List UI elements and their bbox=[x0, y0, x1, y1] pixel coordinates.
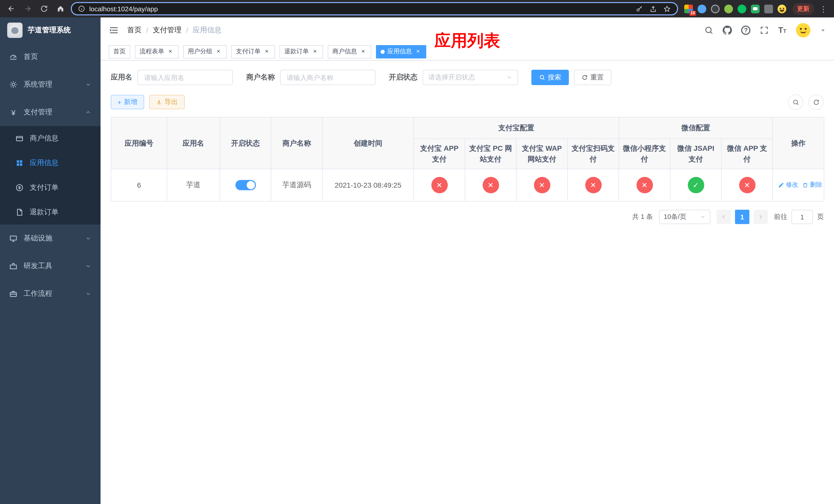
tab-app-info[interactable]: 应用信息× bbox=[376, 45, 426, 58]
page-title: 应用列表 bbox=[435, 30, 500, 52]
sidebar-item-refund-orders[interactable]: 退款订单 bbox=[0, 200, 101, 225]
reset-button[interactable]: 重置 bbox=[574, 70, 611, 85]
page-content: 应用名 商户名称 开启状态 请选择开启状态 搜索 bbox=[101, 61, 834, 504]
close-icon[interactable]: × bbox=[263, 48, 270, 55]
status-closed-icon: ✕ bbox=[636, 177, 653, 193]
toolbox-icon bbox=[9, 262, 18, 270]
status-select[interactable]: 请选择开启状态 bbox=[423, 70, 518, 85]
col-status: 开启状态 bbox=[220, 117, 271, 169]
close-icon[interactable]: × bbox=[414, 48, 422, 55]
tab-refund-orders[interactable]: 退款订单× bbox=[280, 45, 323, 58]
tab-user-group[interactable]: 用户分组× bbox=[183, 45, 227, 58]
avatar-caret-icon[interactable] bbox=[820, 27, 826, 33]
breadcrumb-home[interactable]: 首页 bbox=[127, 26, 141, 35]
hamburger-icon[interactable] bbox=[109, 25, 119, 36]
tab-pay-orders[interactable]: 支付订单× bbox=[231, 45, 275, 58]
toggle-search-icon[interactable] bbox=[788, 94, 803, 110]
extension-green-icon[interactable] bbox=[738, 4, 746, 13]
next-page-button[interactable] bbox=[753, 210, 768, 224]
sidebar-item-pay-orders[interactable]: 支付订单 bbox=[0, 175, 101, 200]
col-alipay-pc: 支付宝 PC 网站支付 bbox=[465, 139, 516, 169]
tab-flow-form[interactable]: 流程表单× bbox=[135, 45, 178, 58]
app-name-input[interactable] bbox=[137, 70, 233, 85]
sidebar-item-app-info[interactable]: 应用信息 bbox=[0, 151, 101, 175]
table-toolbar: + 新增 导出 bbox=[111, 94, 824, 110]
edit-link[interactable]: 修改 bbox=[778, 181, 798, 189]
col-alipay-wap: 支付宝 WAP 网站支付 bbox=[516, 139, 568, 169]
app-table: 应用编号 应用名 开启状态 商户名称 创建时间 支付宝配置 微信配置 操作 支付… bbox=[111, 117, 824, 202]
sidebar-item-workflow[interactable]: 工作流程 bbox=[0, 280, 101, 307]
status-closed-icon: ✕ bbox=[585, 177, 601, 193]
goto-label: 前往 bbox=[774, 212, 787, 222]
share-icon[interactable] bbox=[649, 5, 657, 13]
address-bar[interactable]: localhost:1024/pay/app bbox=[71, 2, 678, 15]
forward-button[interactable] bbox=[22, 3, 34, 15]
export-button[interactable]: 导出 bbox=[149, 95, 184, 109]
extension-avatar-icon[interactable] bbox=[724, 4, 733, 13]
sidebar-item-payment[interactable]: ¥ 支付管理 bbox=[0, 98, 101, 126]
enabled-toggle[interactable] bbox=[235, 180, 256, 190]
reload-button[interactable] bbox=[38, 3, 50, 15]
sidebar-item-infrastructure[interactable]: 基础设施 bbox=[0, 225, 101, 252]
goto-page-input[interactable] bbox=[791, 210, 813, 224]
sidebar-item-merchant-info[interactable]: 商户信息 bbox=[0, 126, 101, 151]
table-row: 6 芋道 芋道源码 2021-10-23 08:49:25 ✕ ✕ ✕ ✕ ✕ … bbox=[111, 169, 824, 201]
document-icon bbox=[15, 208, 24, 216]
bookmark-star-icon[interactable] bbox=[663, 5, 671, 13]
refresh-table-icon[interactable] bbox=[808, 94, 824, 110]
home-button[interactable] bbox=[54, 3, 67, 15]
top-navbar: 首页 / 支付管理 / 应用信息 应用列表 ? bbox=[101, 18, 834, 43]
menu-kebab-icon[interactable]: ⋮ bbox=[818, 5, 829, 13]
chevron-down-icon bbox=[85, 291, 91, 297]
search-button[interactable]: 搜索 bbox=[531, 70, 569, 85]
back-button[interactable] bbox=[5, 3, 18, 15]
yen-icon: ¥ bbox=[9, 108, 18, 116]
col-actions: 操作 bbox=[773, 117, 824, 169]
extension-emoji-icon[interactable] bbox=[777, 4, 786, 13]
password-key-icon[interactable] bbox=[636, 5, 643, 13]
sidebar-item-dev-tools[interactable]: 研发工具 bbox=[0, 252, 101, 280]
group-alipay-config: 支付宝配置 bbox=[414, 117, 619, 139]
delete-link[interactable]: 删除 bbox=[802, 181, 822, 189]
page-size-select[interactable]: 10条/页 bbox=[659, 210, 710, 224]
search-icon[interactable] bbox=[704, 26, 714, 35]
font-size-icon[interactable]: TT bbox=[778, 26, 786, 35]
prev-page-button[interactable] bbox=[717, 210, 731, 224]
github-icon[interactable] bbox=[723, 26, 732, 35]
sidebar-item-system[interactable]: 系统管理 bbox=[0, 71, 101, 98]
close-icon[interactable]: × bbox=[311, 48, 319, 55]
extension-grid-icon[interactable]: 10 bbox=[684, 4, 693, 13]
sidebar-item-home[interactable]: 首页 bbox=[0, 43, 101, 71]
help-icon[interactable]: ? bbox=[741, 26, 750, 35]
col-alipay-app: 支付宝 APP 支付 bbox=[414, 139, 465, 169]
app-title: 芋道管理系统 bbox=[28, 26, 71, 35]
breadcrumb-payment[interactable]: 支付管理 bbox=[153, 26, 181, 35]
extension-drop-icon[interactable] bbox=[698, 4, 706, 13]
tab-home[interactable]: 首页 bbox=[109, 45, 130, 58]
tab-merchant-info[interactable]: 商户信息× bbox=[328, 45, 371, 58]
page-number-button[interactable]: 1 bbox=[735, 210, 749, 224]
extension-plugin-icon[interactable] bbox=[764, 4, 773, 13]
close-icon[interactable]: × bbox=[167, 48, 174, 55]
col-app-name: 应用名 bbox=[167, 117, 220, 169]
url-text: localhost:1024/pay/app bbox=[89, 5, 158, 13]
close-icon[interactable]: × bbox=[359, 48, 367, 55]
extension-dark-icon[interactable] bbox=[711, 4, 720, 13]
fullscreen-icon[interactable] bbox=[760, 26, 769, 35]
cell-app-id: 6 bbox=[111, 169, 167, 201]
merchant-name-input[interactable] bbox=[280, 70, 375, 85]
status-open-icon: ✓ bbox=[687, 177, 704, 193]
group-wechat-config: 微信配置 bbox=[619, 117, 773, 139]
user-avatar[interactable] bbox=[795, 23, 811, 38]
breadcrumb: 首页 / 支付管理 / 应用信息 bbox=[127, 26, 222, 35]
close-icon[interactable]: × bbox=[215, 48, 222, 55]
update-button[interactable]: 更新 bbox=[792, 3, 814, 15]
status-closed-icon: ✕ bbox=[534, 177, 550, 193]
extension-chat-icon[interactable] bbox=[751, 4, 760, 13]
col-alipay-qr: 支付宝扫码支付 bbox=[568, 139, 619, 169]
pay-order-icon bbox=[15, 184, 24, 192]
chevron-down-icon bbox=[85, 82, 91, 88]
site-info-icon[interactable] bbox=[78, 5, 85, 12]
add-button[interactable]: + 新增 bbox=[111, 95, 144, 109]
page-unit-label: 页 bbox=[817, 212, 824, 222]
